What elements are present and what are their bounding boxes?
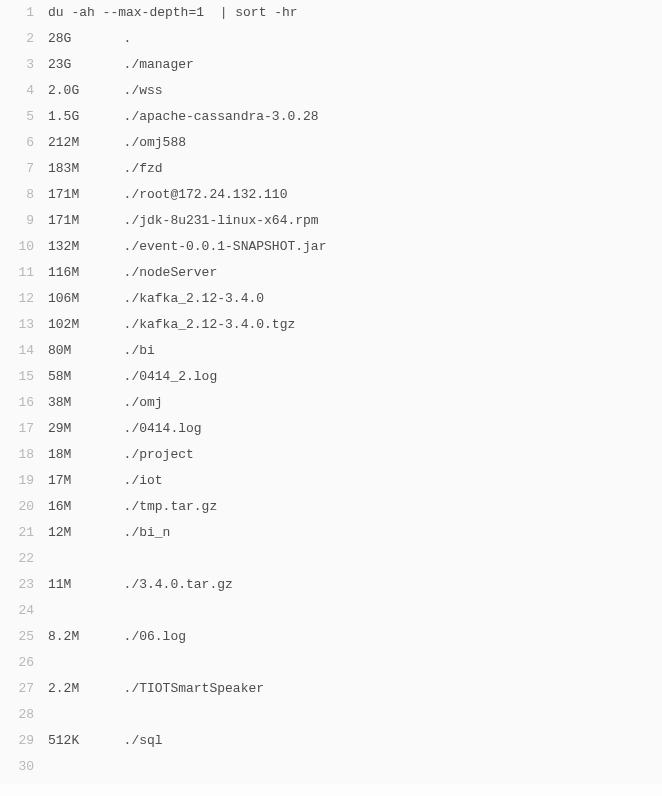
du-size: 116M (48, 260, 108, 286)
line-number: 8 (0, 182, 48, 208)
du-size: 16M (48, 494, 108, 520)
code-line: 51.5G ./apache-cassandra-3.0.28 (0, 104, 662, 130)
line-number: 18 (0, 442, 48, 468)
line-content: 171M ./jdk-8u231-linux-x64.rpm (48, 208, 319, 234)
du-path: ./project (124, 447, 194, 462)
line-number: 6 (0, 130, 48, 156)
line-content: 106M ./kafka_2.12-3.4.0 (48, 286, 264, 312)
du-path: ./jdk-8u231-linux-x64.rpm (124, 213, 319, 228)
line-content: 132M ./event-0.0.1-SNAPSHOT.jar (48, 234, 326, 260)
line-number: 16 (0, 390, 48, 416)
du-path: ./fzd (124, 161, 163, 176)
line-content: 12M ./bi_n (48, 520, 170, 546)
du-size: 512K (48, 728, 108, 754)
line-number: 23 (0, 572, 48, 598)
code-line: 7183M ./fzd (0, 156, 662, 182)
line-number: 26 (0, 650, 48, 676)
line-content: 8.2M ./06.log (48, 624, 186, 650)
line-content: du -ah --max-depth=1 | sort -hr (48, 0, 298, 26)
du-size: 18M (48, 442, 108, 468)
code-line: 11116M ./nodeServer (0, 260, 662, 286)
line-number: 2 (0, 26, 48, 52)
line-number: 22 (0, 546, 48, 572)
du-path: ./06.log (124, 629, 186, 644)
line-number: 25 (0, 624, 48, 650)
code-line: 13102M ./kafka_2.12-3.4.0.tgz (0, 312, 662, 338)
du-path: ./nodeServer (124, 265, 218, 280)
du-path: ./bi (124, 343, 155, 358)
line-content: 16M ./tmp.tar.gz (48, 494, 217, 520)
line-number: 5 (0, 104, 48, 130)
du-size: 23G (48, 52, 108, 78)
line-content: 102M ./kafka_2.12-3.4.0.tgz (48, 312, 295, 338)
code-line: 1818M ./project (0, 442, 662, 468)
line-number: 29 (0, 728, 48, 754)
code-line: 1638M ./omj (0, 390, 662, 416)
code-line: 26 (0, 650, 662, 676)
du-path: ./event-0.0.1-SNAPSHOT.jar (124, 239, 327, 254)
line-content: 18M ./project (48, 442, 194, 468)
code-line: 24 (0, 598, 662, 624)
line-content: 512K ./sql (48, 728, 163, 754)
line-content: 2.0G ./wss (48, 78, 163, 104)
line-number: 11 (0, 260, 48, 286)
du-path: ./3.4.0.tar.gz (124, 577, 233, 592)
line-number: 24 (0, 598, 48, 624)
du-size: 2.2M (48, 676, 108, 702)
du-size: 80M (48, 338, 108, 364)
du-size: 12M (48, 520, 108, 546)
line-content: 171M ./root@172.24.132.110 (48, 182, 287, 208)
du-path: ./sql (124, 733, 163, 748)
line-content: 58M ./0414_2.log (48, 364, 217, 390)
du-size: 8.2M (48, 624, 108, 650)
du-path: ./omj588 (124, 135, 186, 150)
line-content: 23G ./manager (48, 52, 194, 78)
du-path: . (124, 31, 132, 46)
du-size: 2.0G (48, 78, 108, 104)
du-size: 171M (48, 182, 108, 208)
du-path: ./manager (124, 57, 194, 72)
du-size: 1.5G (48, 104, 108, 130)
line-number: 13 (0, 312, 48, 338)
code-line: 1480M ./bi (0, 338, 662, 364)
line-number: 1 (0, 0, 48, 26)
code-line: 10132M ./event-0.0.1-SNAPSHOT.jar (0, 234, 662, 260)
du-path: ./bi_n (124, 525, 171, 540)
code-line: 1du -ah --max-depth=1 | sort -hr (0, 0, 662, 26)
line-content: 2.2M ./TIOTSmartSpeaker (48, 676, 264, 702)
du-size: 58M (48, 364, 108, 390)
du-path: ./iot (124, 473, 163, 488)
line-content: 1.5G ./apache-cassandra-3.0.28 (48, 104, 319, 130)
line-content: 28G . (48, 26, 131, 52)
code-line: 8171M ./root@172.24.132.110 (0, 182, 662, 208)
code-line: 6212M ./omj588 (0, 130, 662, 156)
code-line: 30 (0, 754, 662, 780)
code-line: 22 (0, 546, 662, 572)
du-path: ./tmp.tar.gz (124, 499, 218, 514)
terminal-output: 1du -ah --max-depth=1 | sort -hr228G .32… (0, 0, 662, 784)
line-content: 183M ./fzd (48, 156, 163, 182)
line-number: 19 (0, 468, 48, 494)
line-content: 17M ./iot (48, 468, 163, 494)
code-line: 29512K ./sql (0, 728, 662, 754)
code-line: 12106M ./kafka_2.12-3.4.0 (0, 286, 662, 312)
du-path: ./0414.log (124, 421, 202, 436)
code-line: 2016M ./tmp.tar.gz (0, 494, 662, 520)
line-number: 9 (0, 208, 48, 234)
line-content: 116M ./nodeServer (48, 260, 217, 286)
code-line: 28 (0, 702, 662, 728)
du-path: ./kafka_2.12-3.4.0 (124, 291, 264, 306)
du-size: 17M (48, 468, 108, 494)
code-line: 1558M ./0414_2.log (0, 364, 662, 390)
line-number: 30 (0, 754, 48, 780)
line-number: 14 (0, 338, 48, 364)
code-line: 2112M ./bi_n (0, 520, 662, 546)
du-size: 171M (48, 208, 108, 234)
line-number: 12 (0, 286, 48, 312)
code-line: 9171M ./jdk-8u231-linux-x64.rpm (0, 208, 662, 234)
du-size: 102M (48, 312, 108, 338)
du-size: 28G (48, 26, 108, 52)
line-number: 27 (0, 676, 48, 702)
du-path: ./wss (124, 83, 163, 98)
du-size: 132M (48, 234, 108, 260)
